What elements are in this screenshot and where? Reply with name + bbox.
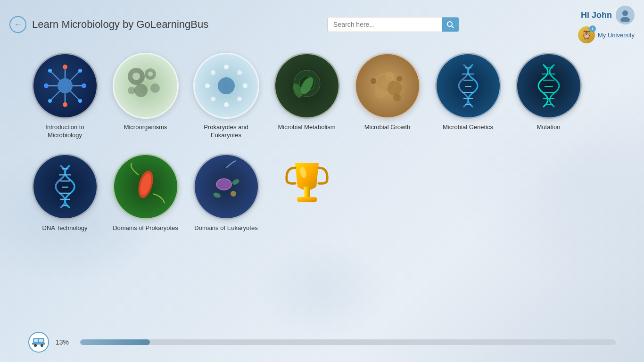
svg-point-2: [622, 10, 628, 16]
header-left: ← Learn Microbiology by GoLearningBus: [9, 16, 208, 33]
topic-circle-domain-euk: [193, 154, 259, 220]
app-title: Learn Microbiology by GoLearningBus: [32, 18, 208, 31]
topic-label-domain-prok: Domains of Prokaryotes: [113, 224, 178, 232]
topic-circle-dna: [32, 154, 98, 220]
topic-prokaryotes[interactable]: Prokaryotes andEukaryotes: [190, 53, 263, 140]
topic-dna[interactable]: DNA Technology: [28, 154, 101, 232]
topic-genetics[interactable]: Microbial Genetics: [431, 53, 504, 140]
bus-icon: [28, 332, 49, 353]
topic-circle-domain-prok: [113, 154, 179, 220]
svg-point-20: [78, 99, 82, 103]
svg-point-84: [231, 178, 240, 186]
back-icon: ←: [14, 20, 22, 30]
header-center: [327, 17, 459, 32]
svg-point-3: [620, 17, 630, 22]
svg-point-36: [211, 70, 215, 75]
progress-area: 13%: [28, 332, 616, 353]
topic-intro[interactable]: Introduction toMicrobiology: [28, 53, 101, 140]
topic-label-microorganisms: Microorganisms: [124, 123, 167, 132]
topic-label-genetics: Microbial Genetics: [443, 123, 493, 132]
svg-point-17: [48, 69, 52, 73]
svg-point-48: [375, 87, 386, 99]
topic-circle-microorganisms: [113, 53, 179, 119]
svg-line-1: [452, 26, 454, 28]
svg-point-35: [224, 102, 229, 107]
greeting-text: Hi John: [581, 10, 612, 20]
topic-label-intro: Introduction toMicrobiology: [45, 123, 84, 140]
topic-label-domain-euk: Domains of Eukaryotes: [194, 224, 257, 232]
svg-rect-92: [39, 339, 43, 342]
svg-point-38: [211, 97, 215, 101]
svg-point-24: [134, 84, 148, 97]
search-input[interactable]: [328, 17, 442, 32]
avatar: [616, 6, 635, 25]
svg-rect-95: [32, 343, 34, 345]
progress-track: [80, 339, 616, 345]
svg-point-27: [132, 73, 140, 80]
svg-point-51: [396, 76, 402, 82]
svg-point-26: [128, 87, 135, 94]
header: ← Learn Microbiology by GoLearningBus Hi…: [0, 0, 644, 43]
search-icon: [446, 21, 454, 28]
header-right: Hi John 🦉 + My University: [578, 6, 635, 43]
topic-circle-intro: [32, 53, 98, 119]
topic-circle-metabolism: [274, 53, 340, 119]
svg-point-50: [370, 78, 377, 84]
topic-trophy[interactable]: [270, 154, 343, 232]
topic-circle-genetics: [435, 53, 501, 119]
topic-domain-prok[interactable]: Domains of Prokaryotes: [109, 154, 182, 232]
svg-point-28: [148, 72, 153, 76]
back-button[interactable]: ←: [9, 16, 26, 33]
svg-point-39: [237, 97, 242, 101]
search-box: [327, 17, 459, 32]
topic-growth[interactable]: Microbial Growth: [351, 53, 424, 140]
topic-microorganisms[interactable]: Microorganisms: [109, 53, 182, 140]
svg-point-93: [34, 344, 37, 347]
svg-point-33: [243, 83, 248, 88]
topic-circle-growth: [355, 53, 421, 119]
topic-circle-prokaryotes: [193, 53, 259, 119]
svg-point-34: [224, 65, 229, 69]
svg-line-10: [70, 71, 80, 81]
search-button[interactable]: [442, 17, 459, 32]
topic-label-metabolism: Microbial Metabolism: [278, 123, 335, 132]
svg-point-32: [205, 83, 210, 88]
svg-point-49: [385, 72, 395, 81]
topic-circle-trophy: [274, 154, 340, 220]
svg-point-16: [82, 83, 86, 88]
topic-metabolism[interactable]: Microbial Metabolism: [270, 53, 343, 140]
topics-row-2: DNA Technology: [28, 154, 616, 232]
svg-point-31: [218, 77, 235, 94]
svg-line-11: [50, 91, 60, 101]
svg-line-9: [50, 71, 60, 81]
progress-fill: [80, 339, 150, 345]
svg-rect-91: [34, 339, 38, 342]
my-university-link[interactable]: My University: [598, 32, 635, 39]
svg-point-52: [393, 94, 401, 101]
progress-percent: 13%: [56, 338, 74, 346]
topic-label-mutation: Mutation: [537, 123, 561, 132]
svg-line-12: [70, 91, 80, 101]
svg-point-25: [150, 83, 160, 93]
svg-point-13: [63, 65, 67, 69]
topic-domain-euk[interactable]: Domains of Eukaryotes: [190, 154, 263, 232]
svg-point-83: [216, 179, 231, 190]
main-content: Introduction toMicrobiology: [0, 43, 644, 256]
plus-badge: +: [589, 25, 596, 32]
svg-point-86: [231, 191, 236, 197]
svg-rect-96: [43, 343, 45, 345]
topics-row-1: Introduction toMicrobiology: [28, 53, 616, 140]
svg-rect-87: [304, 187, 310, 197]
svg-point-85: [212, 191, 221, 198]
topic-mutation[interactable]: Mutation: [512, 53, 585, 140]
svg-point-18: [78, 69, 82, 73]
svg-point-15: [44, 83, 49, 88]
svg-point-37: [237, 70, 242, 75]
my-university-row: 🦉 + My University: [578, 26, 635, 43]
topic-label-dna: DNA Technology: [42, 224, 88, 232]
svg-point-19: [48, 99, 52, 103]
svg-point-47: [387, 81, 402, 96]
topic-label-prokaryotes: Prokaryotes andEukaryotes: [204, 123, 248, 140]
svg-point-14: [63, 102, 67, 107]
owl-icon: 🦉 +: [578, 26, 595, 43]
